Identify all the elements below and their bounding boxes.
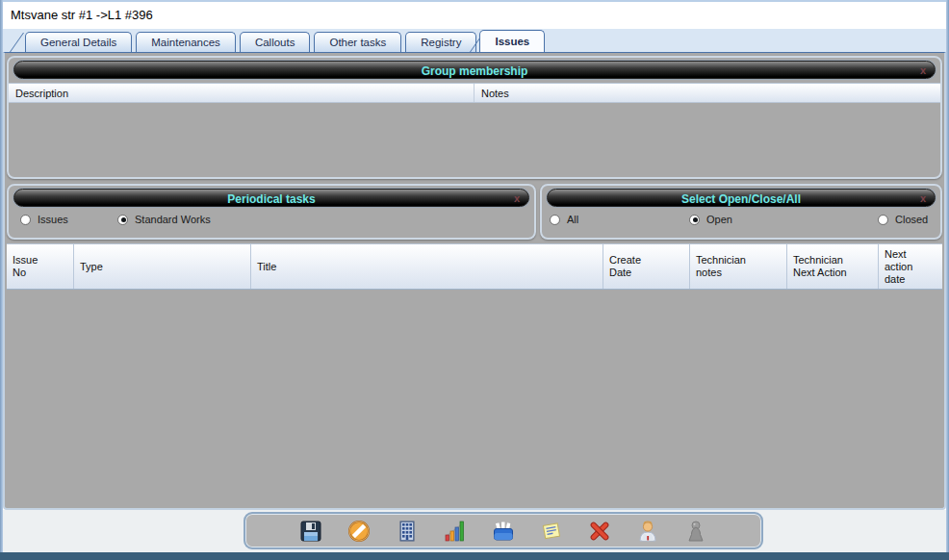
bar-chart-icon xyxy=(443,519,468,544)
radio-option-standard-works[interactable]: Standard Works xyxy=(117,214,211,225)
radio-label: All xyxy=(567,214,578,225)
main-content: Group membership x Description Notes Per… xyxy=(3,52,946,510)
radio-button[interactable] xyxy=(117,215,128,225)
issues-grid-header: Issue No Type Title Create Date Technici… xyxy=(7,243,942,290)
column-create-date[interactable]: Create Date xyxy=(603,244,690,289)
column-next-action-date[interactable]: Next action date xyxy=(879,244,942,289)
issues-grid-body[interactable] xyxy=(7,290,942,506)
radio-label: Open xyxy=(706,214,732,225)
window-frame-bottom xyxy=(0,552,949,560)
notes-button[interactable] xyxy=(539,518,565,544)
radio-option-closed[interactable]: Closed xyxy=(878,214,928,225)
open-close-filter-options: All Open Closed xyxy=(542,209,940,234)
open-close-filter-panel: Select Open/Close/All x All Open Closed xyxy=(540,184,942,240)
delete-button[interactable] xyxy=(587,518,613,544)
tabstrip-edge-slant xyxy=(10,33,24,52)
column-technician-notes[interactable]: Technician notes xyxy=(690,244,787,289)
radio-option-issues[interactable]: Issues xyxy=(20,214,68,225)
window-title: Mtsvane str #1 ->L1 #396 xyxy=(11,8,153,22)
column-type[interactable]: Type xyxy=(74,244,251,289)
technician-icon xyxy=(635,519,660,544)
tab-registry[interactable]: Registry xyxy=(405,32,476,52)
building-button[interactable] xyxy=(395,518,421,544)
titlebar: Mtsvane str #1 ->L1 #396 xyxy=(3,2,946,29)
periodical-tasks-title: Periodical tasks xyxy=(227,192,315,206)
column-issue-no[interactable]: Issue No xyxy=(7,244,74,289)
radio-option-open[interactable]: Open xyxy=(689,214,732,225)
collapse-x-icon[interactable]: x xyxy=(514,191,520,207)
collapse-x-icon[interactable]: x xyxy=(920,63,926,79)
column-technician-next-action[interactable]: Technician Next Action xyxy=(787,244,879,289)
radio-button[interactable] xyxy=(878,215,888,225)
radio-button[interactable] xyxy=(550,215,560,225)
collapse-x-icon[interactable]: x xyxy=(920,191,926,207)
radio-button[interactable] xyxy=(20,215,31,225)
tab-strip: General Details Maintenances Callouts Ot… xyxy=(3,29,946,52)
radio-option-all[interactable]: All xyxy=(550,214,578,225)
notes-icon xyxy=(539,519,564,544)
group-membership-column-headers: Description Notes xyxy=(9,83,940,103)
radio-label: Standard Works xyxy=(135,214,211,225)
save-icon xyxy=(298,519,323,544)
column-notes[interactable]: Notes xyxy=(474,84,940,102)
delete-icon xyxy=(587,519,612,544)
pawn-icon xyxy=(683,519,708,544)
radio-button[interactable] xyxy=(689,215,700,225)
action-toolbar xyxy=(244,512,763,549)
save-button[interactable] xyxy=(298,518,324,544)
bottom-bar xyxy=(3,510,946,552)
cancel-button[interactable] xyxy=(346,518,372,544)
periodical-tasks-options: Issues Standard Works xyxy=(9,209,534,234)
pawn-button[interactable] xyxy=(683,518,709,544)
tab-other-tasks[interactable]: Other tasks xyxy=(314,32,401,52)
periodical-tasks-panel: Periodical tasks x Issues Standard Works xyxy=(7,184,536,240)
technician-button[interactable] xyxy=(635,518,661,544)
radio-label: Closed xyxy=(895,214,928,225)
tab-issues[interactable]: Issues xyxy=(479,30,545,52)
group-membership-panel: Group membership x Description Notes xyxy=(7,56,942,179)
group-membership-header: Group membership x xyxy=(13,61,936,79)
open-close-filter-header: Select Open/Close/All x xyxy=(547,189,936,207)
card-file-icon xyxy=(491,519,516,544)
tab-general-details[interactable]: General Details xyxy=(25,32,132,52)
building-icon xyxy=(395,519,420,544)
tab-callouts[interactable]: Callouts xyxy=(240,32,311,52)
chart-button[interactable] xyxy=(443,518,469,544)
column-title[interactable]: Title xyxy=(251,244,603,289)
group-membership-title: Group membership xyxy=(422,64,528,78)
card-file-button[interactable] xyxy=(491,518,517,544)
periodical-tasks-header: Periodical tasks x xyxy=(13,189,529,207)
radio-label: Issues xyxy=(38,214,68,225)
column-description[interactable]: Description xyxy=(9,84,474,102)
cancel-icon xyxy=(346,519,372,544)
tab-maintenances[interactable]: Maintenances xyxy=(136,32,236,52)
open-close-filter-title: Select Open/Close/All xyxy=(681,192,801,206)
